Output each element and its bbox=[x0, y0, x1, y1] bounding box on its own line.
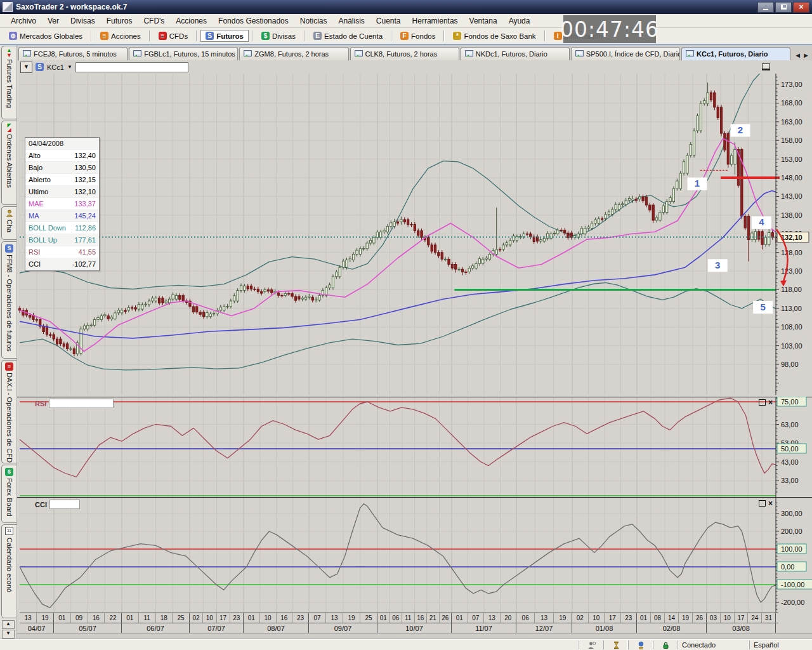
tooltip-row-label: BOLL Down bbox=[29, 224, 66, 232]
tab-scroll-buttons: ◄► bbox=[792, 51, 811, 60]
sidebar-item-cha[interactable]: Cha bbox=[1, 206, 16, 240]
date-days-04-07: 1319 bbox=[20, 613, 54, 623]
rsi-maximize-icon[interactable] bbox=[759, 399, 766, 406]
connection-status: Conectado bbox=[678, 640, 749, 649]
tab-clk8-futuros-2-horas[interactable]: CLK8, Futuros, 2 horas bbox=[350, 47, 459, 60]
svg-text:5: 5 bbox=[761, 302, 766, 312]
status-bar: Conectado Español bbox=[0, 639, 812, 650]
menu-cfd-s[interactable]: CFD's bbox=[138, 15, 170, 27]
menu-divisas[interactable]: Divisas bbox=[65, 15, 101, 27]
sidebar-item-forex-board[interactable]: $Forex Board bbox=[1, 465, 16, 522]
symbol-input[interactable] bbox=[75, 62, 188, 72]
rsi-param-box[interactable] bbox=[49, 399, 114, 408]
svg-text:-100,00: -100,00 bbox=[781, 581, 804, 588]
tab-fcej8-futuros-5-minutos[interactable]: FCEJ8, Futuros, 5 minutos bbox=[18, 47, 128, 60]
cci-maximize-icon[interactable] bbox=[759, 500, 766, 507]
svg-text:138,00: 138,00 bbox=[781, 211, 802, 219]
menu-ventana[interactable]: Ventana bbox=[464, 15, 503, 27]
menu-fondos-gestionados[interactable]: Fondos Gestionados bbox=[213, 15, 294, 27]
menu-an-lisis[interactable]: Análisis bbox=[332, 15, 370, 27]
menu-archivo[interactable]: Archivo bbox=[5, 15, 42, 27]
chart-restore-icon[interactable] bbox=[762, 63, 770, 70]
tooltip-row-label: Abierto bbox=[29, 176, 51, 183]
toolbar-acciones[interactable]: ≡Acciones bbox=[95, 30, 146, 42]
chart-menu-dropdown[interactable]: ▼ bbox=[20, 62, 32, 73]
date-tick: 19 bbox=[554, 613, 572, 623]
minimize-button[interactable] bbox=[757, 2, 774, 13]
toolbar-mercados-globales[interactable]: ⊕Mercados Globales bbox=[4, 30, 88, 42]
app-icon bbox=[3, 2, 13, 12]
sidebar-scroll-up-icon[interactable]: ▲ bbox=[2, 620, 15, 629]
tab-scroll-right-icon[interactable]: ► bbox=[802, 51, 809, 59]
date-tick: 07 bbox=[468, 613, 485, 623]
tab-sp500-i-ndice-de-cfd-diario[interactable]: SP500.I, Índice de CFD, Diario bbox=[571, 47, 680, 60]
sidebar-dropdown-icon[interactable]: ▼ bbox=[2, 630, 15, 639]
chart-tab-icon bbox=[575, 50, 584, 58]
sidebar-item-calendario-econ[interactable]: 31Calendario econó bbox=[1, 524, 16, 618]
menu-herramientas[interactable]: Herramientas bbox=[407, 15, 464, 27]
cci-param-box[interactable] bbox=[49, 500, 80, 509]
toolbar: ⊕Mercados Globales≡Acciones≡CFDsSFuturos… bbox=[0, 28, 812, 44]
menu-ver[interactable]: Ver bbox=[42, 15, 65, 27]
tab-nkdc1-futuros-diario[interactable]: NKDc1, Futuros, Diario bbox=[461, 47, 570, 60]
date-days-02-08: 0108141926 bbox=[637, 613, 707, 623]
date-tick: 17 bbox=[735, 613, 749, 623]
svg-text:108,00: 108,00 bbox=[781, 323, 802, 331]
sidebar-item-dax-i-operaciones-de-cfds[interactable]: ≡DAX.I - Operaciones de CFDs bbox=[1, 360, 16, 463]
sidebar-item-ffm8-operaciones-de-futuros[interactable]: SFFM8 - Operaciones de futuros bbox=[1, 241, 16, 358]
menu-noticias[interactable]: Noticias bbox=[294, 15, 333, 27]
tab-zgm8-futuros-2-horas[interactable]: ZGM8, Futuros, 2 horas bbox=[239, 47, 348, 60]
toolbar-estado-de-cuenta[interactable]: EEstado de Cuenta bbox=[308, 30, 388, 42]
tab-scroll-left-icon[interactable]: ◄ bbox=[794, 51, 801, 59]
cci-close-icon[interactable]: × bbox=[768, 500, 773, 507]
menu-acciones[interactable]: Acciones bbox=[170, 15, 213, 27]
sidebar-item-label: Calendario econó bbox=[6, 538, 13, 592]
tab-kcc1-futuros-diario[interactable]: KCc1, Futuros, Diario bbox=[681, 47, 790, 60]
toolbar-fondos[interactable]: FFondos bbox=[395, 30, 440, 42]
language-indicator: Español bbox=[749, 640, 812, 649]
menu-bar: ArchivoVerDivisasFuturosCFD'sAccionesFon… bbox=[0, 14, 812, 28]
toolbar-futuros[interactable]: SFuturos bbox=[200, 30, 249, 42]
svg-text:113,00: 113,00 bbox=[781, 305, 802, 312]
toolbar-separator bbox=[149, 30, 150, 41]
date-tick: 31 bbox=[762, 613, 775, 623]
date-tick: 01 bbox=[377, 613, 390, 623]
date-tick: 06 bbox=[390, 613, 403, 623]
date-month-05-07: 05/07 bbox=[54, 623, 122, 633]
toolbar-fondos-de-saxo-bank[interactable]: *Fondos de Saxo Bank bbox=[448, 30, 540, 42]
restore-button[interactable] bbox=[775, 2, 792, 13]
chevron-down-icon[interactable]: ▼ bbox=[67, 64, 72, 70]
sidebar-item-ordenes-abiertas[interactable]: ◤◢Ordenes Abiertas bbox=[1, 121, 16, 205]
rsi-close-icon[interactable]: × bbox=[768, 399, 773, 406]
date-tick: 23 bbox=[292, 613, 308, 623]
rsi-panel[interactable]: 75,0063,0053,0050,0043,0033,00 bbox=[17, 397, 812, 497]
toolbar-cfds[interactable]: ≡CFDs bbox=[154, 30, 193, 42]
date-tick: 21 bbox=[427, 613, 440, 623]
menu-cuenta[interactable]: Cuenta bbox=[370, 15, 407, 27]
toolbar-separator bbox=[304, 30, 305, 41]
sidebar-item-futures-trading[interactable]: ▲▼Futures Trading bbox=[1, 46, 16, 119]
instrument-symbol[interactable]: KCc1 bbox=[47, 63, 64, 71]
menu-ayuda[interactable]: Ayuda bbox=[503, 15, 536, 27]
main-price-chart[interactable]: 173,00168,00163,00158,00153,00148,00143,… bbox=[17, 74, 812, 395]
tab-fgblc1-futuros-15-minutos[interactable]: FGBLc1, Futuros, 15 minutos bbox=[129, 47, 238, 60]
chart-tab-icon bbox=[686, 50, 694, 58]
account-icon: E bbox=[313, 32, 322, 40]
date-tick: 01 bbox=[637, 613, 651, 623]
date-month-02-08: 02/08 bbox=[637, 623, 707, 633]
tab-strip: FCEJ8, Futuros, 5 minutosFGBLc1, Futuros… bbox=[17, 45, 812, 60]
date-axis-days: 1319010916220111182502101723011016230713… bbox=[20, 613, 778, 623]
toolbar-divisas[interactable]: $Divisas bbox=[256, 30, 301, 42]
close-button[interactable]: × bbox=[793, 2, 809, 13]
sidebar-item-label: Forex Board bbox=[6, 478, 13, 517]
svg-text:132,10: 132,10 bbox=[781, 234, 802, 241]
cci-label: CCI bbox=[35, 501, 47, 508]
svg-text:3: 3 bbox=[715, 260, 720, 270]
svg-text:100,00: 100,00 bbox=[781, 545, 802, 553]
date-tick: 11 bbox=[139, 613, 156, 623]
menu-futuros[interactable]: Futuros bbox=[101, 15, 138, 27]
funds-icon: F bbox=[400, 32, 409, 40]
cci-panel[interactable]: 300,00200,00100,000,00-100,00-200,00 bbox=[17, 497, 812, 613]
tooltip-row-value: 41,55 bbox=[78, 248, 96, 256]
toolbar-label-futuros: Futuros bbox=[216, 32, 244, 40]
